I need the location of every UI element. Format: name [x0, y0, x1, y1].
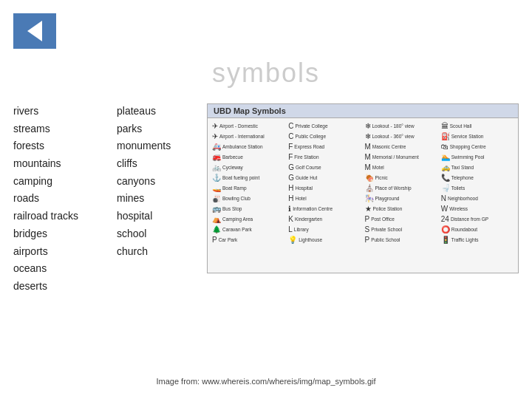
map-symbol-label: Barbecue: [222, 154, 243, 160]
map-symbol-icon: 🚦: [441, 236, 450, 244]
map-symbol-label: Swimming Pool: [451, 154, 485, 160]
map-symbol-icon: 🚒: [212, 153, 221, 161]
map-symbol-label: Private College: [295, 123, 327, 129]
map-symbol-label: Post Office: [371, 216, 395, 222]
map-symbol-icon: 🍖: [365, 174, 374, 182]
page-title: symbols: [0, 58, 532, 89]
list-item: airports: [13, 244, 109, 260]
map-symbol-icon: 🎳: [212, 194, 221, 202]
map-symbol-item: ⚓Boat fueling point: [211, 173, 286, 183]
map-symbol-item: HHospital: [287, 183, 362, 193]
map-symbol-icon: G: [288, 174, 294, 182]
map-symbol-icon: 🚑: [212, 143, 221, 151]
map-symbols-header: UBD Map Symbols: [208, 104, 518, 118]
map-symbol-label: Car Park: [219, 237, 238, 242]
map-symbol-item: MMasonic Centre: [364, 142, 439, 151]
map-symbol-item: 🚤Boat Ramp: [211, 183, 286, 193]
map-symbol-item: GGuide Hut: [287, 173, 362, 183]
map-symbol-label: Public School: [371, 237, 400, 242]
map-symbol-item: 🚽Toilets: [440, 183, 515, 193]
map-symbol-label: Service Station: [451, 134, 484, 139]
list-item: deserts: [13, 279, 109, 295]
map-symbol-label: Boat Ramp: [222, 185, 247, 191]
map-symbol-label: Ambulance Station: [222, 144, 263, 149]
list-item: mountains: [13, 156, 109, 172]
list-item: camping: [13, 174, 109, 190]
map-symbol-label: Library: [294, 227, 309, 232]
map-symbol-item: 🚒Barbecue: [211, 152, 286, 162]
map-symbol-icon: ✈: [212, 122, 218, 130]
list-item: church: [117, 244, 213, 260]
map-symbol-item: ⭕Roundabout: [440, 225, 515, 234]
map-symbol-item: 🚲Cycleway: [211, 163, 286, 172]
map-symbol-icon: 🛍: [441, 143, 449, 151]
map-symbol-item: 🌲Caravan Park: [211, 225, 286, 234]
map-symbol-item: 🏊Swimming Pool: [440, 152, 515, 162]
map-symbol-item: MMemorial / Monument: [364, 152, 439, 162]
map-symbol-item: 🛍Shopping Centre: [440, 142, 515, 151]
list-item: oceans: [13, 261, 109, 277]
list-item: roads: [13, 191, 109, 207]
map-symbol-label: Police Station: [373, 206, 403, 211]
map-symbol-icon: ⛪: [365, 184, 374, 192]
map-symbol-label: Airport - International: [219, 134, 265, 139]
map-symbol-item: ✈Airport - Domestic: [211, 121, 286, 131]
back-button[interactable]: [13, 13, 56, 49]
map-symbol-item: ⛽Service Station: [440, 132, 515, 141]
map-symbol-icon: 🌲: [212, 225, 221, 233]
map-symbol-item: ⛪Place of Worship: [364, 183, 439, 193]
map-symbol-item: 🚌Bus Stop: [211, 204, 286, 214]
map-symbol-label: Cycleway: [222, 165, 243, 170]
map-symbol-label: Distance from GP: [451, 216, 488, 222]
map-symbol-icon: P: [365, 215, 370, 223]
map-symbol-item: PCar Park: [211, 235, 286, 245]
map-symbols-box: UBD Map Symbols ✈Airport - DomesticCPriv…: [207, 103, 519, 273]
map-symbol-icon: K: [288, 215, 293, 223]
map-symbol-label: Fire Station: [294, 154, 318, 160]
map-symbol-item: GGolf Course: [287, 163, 362, 172]
map-symbol-label: Camping Area: [222, 216, 253, 222]
map-symbol-label: Telephone: [451, 175, 474, 180]
map-symbol-item: CPublic College: [287, 132, 362, 141]
list-item: streams: [13, 121, 109, 137]
map-symbol-item: 💡Lighthouse: [287, 235, 362, 245]
map-symbol-item: MMotel: [364, 163, 439, 172]
map-symbol-icon: F: [288, 153, 293, 161]
list-column-2: plateausparksmonumentscliffscanyonsmines…: [117, 103, 213, 295]
map-symbols-grid: ✈Airport - DomesticCPrivate College❄Look…: [208, 118, 518, 248]
map-symbol-label: Wireless: [449, 206, 468, 211]
map-symbol-label: Lighthouse: [299, 237, 322, 242]
map-symbol-icon: F: [288, 143, 293, 151]
map-symbol-icon: 📞: [441, 174, 450, 182]
map-symbol-icon: ★: [365, 205, 372, 213]
map-symbol-item: ❄Lookout - 360° view: [364, 132, 439, 141]
map-symbol-item: FFire Station: [287, 152, 362, 162]
map-symbol-label: Airport - Domestic: [219, 123, 258, 129]
map-symbol-label: Playground: [375, 196, 400, 201]
map-symbol-icon: C: [288, 132, 293, 140]
map-symbol-icon: 🚤: [212, 184, 221, 192]
map-symbol-icon: 🚲: [212, 163, 221, 171]
list-item: mines: [117, 191, 213, 207]
map-symbol-icon: ❄: [365, 132, 371, 140]
map-symbol-item: HHotel: [287, 194, 362, 203]
map-symbol-icon: H: [288, 184, 293, 192]
map-symbol-label: Caravan Park: [222, 227, 252, 232]
map-symbol-label: Hotel: [295, 196, 306, 201]
list-item: monuments: [117, 138, 213, 154]
map-symbol-item: 📞Telephone: [440, 173, 515, 183]
map-symbol-icon: P: [365, 236, 370, 244]
map-symbol-item: CPrivate College: [287, 121, 362, 131]
map-symbol-label: Toilets: [451, 185, 465, 191]
map-symbol-icon: 🚌: [212, 205, 221, 213]
map-symbol-label: Hospital: [295, 185, 312, 191]
map-symbol-label: Bus Stop: [222, 206, 242, 211]
map-symbol-label: Information Centre: [293, 206, 332, 211]
map-symbol-icon: M: [365, 163, 371, 171]
map-symbol-label: Lookout - 360° view: [372, 134, 415, 139]
map-symbol-icon: ⛽: [441, 132, 450, 140]
list-item: school: [117, 226, 213, 242]
list-item: plateaus: [117, 103, 213, 120]
map-symbol-icon: 💡: [288, 236, 297, 244]
map-symbol-icon: 🚽: [441, 184, 450, 192]
